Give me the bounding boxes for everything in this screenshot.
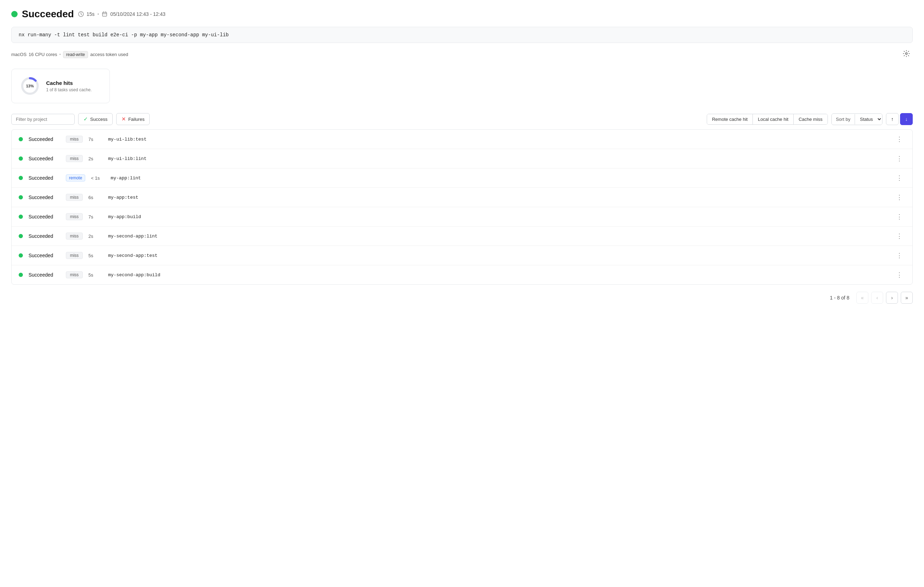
cache-hits-subtitle: 1 of 8 tasks used cache. — [46, 88, 92, 92]
table-row: Succeeded miss 5s my-second-app:build ⋮ — [12, 265, 912, 284]
sort-up-icon: ↑ — [891, 116, 894, 122]
task-duration: 6s — [88, 195, 102, 200]
task-menu-button[interactable]: ⋮ — [893, 192, 905, 203]
task-status-dot — [19, 234, 23, 238]
system-info: macOS 16 CPU cores • read-write access t… — [11, 49, 913, 60]
task-status-text: Succeeded — [28, 233, 60, 239]
clock-icon — [78, 11, 84, 17]
task-cache-badge: miss — [66, 194, 83, 201]
filter-project-input[interactable] — [11, 114, 75, 125]
next-page-button[interactable]: › — [886, 292, 898, 304]
task-status-dot — [19, 156, 23, 161]
table-row: Succeeded miss 2s my-ui-lib:lint ⋮ — [12, 149, 912, 169]
filters-row: ✓ Success ✕ Failures Remote cache hit Lo… — [11, 113, 913, 125]
sort-direction-group: ↑ ↓ — [886, 113, 913, 125]
cache-donut: 13% — [20, 76, 40, 96]
calendar-icon — [102, 11, 107, 17]
task-menu-button[interactable]: ⋮ — [893, 212, 905, 222]
task-status-text: Succeeded — [28, 272, 60, 278]
task-cache-badge: miss — [66, 155, 83, 162]
sort-ascending-button[interactable]: ↑ — [886, 113, 899, 125]
date-range: 05/10/2024 12:43 - 12:43 — [110, 11, 165, 17]
task-duration: 2s — [88, 156, 102, 161]
task-duration: 7s — [88, 137, 102, 142]
task-cache-badge: remote — [66, 174, 85, 182]
cache-percentage: 13% — [26, 84, 34, 88]
page-title: Succeeded — [22, 8, 74, 20]
task-duration: < 1s — [91, 175, 105, 181]
task-status-dot — [19, 137, 23, 141]
task-name: my-ui-lib:lint — [108, 156, 888, 161]
cache-miss-button[interactable]: Cache miss — [794, 114, 828, 124]
task-cache-badge: miss — [66, 213, 83, 220]
table-row: Succeeded miss 6s my-app:test ⋮ — [12, 188, 912, 207]
success-label: Success — [90, 117, 107, 122]
local-cache-hit-button[interactable]: Local cache hit — [753, 114, 794, 124]
check-icon: ✓ — [83, 116, 88, 122]
task-cache-badge: miss — [66, 271, 83, 278]
task-menu-button[interactable]: ⋮ — [893, 231, 905, 241]
x-icon: ✕ — [122, 116, 126, 122]
settings-button[interactable] — [900, 49, 913, 60]
task-status-text: Succeeded — [28, 136, 60, 142]
task-menu-button[interactable]: ⋮ — [893, 134, 905, 144]
task-name: my-app:lint — [111, 175, 888, 181]
settings-icon — [903, 50, 910, 57]
task-menu-button[interactable]: ⋮ — [893, 270, 905, 280]
cache-filter-group: Remote cache hit Local cache hit Cache m… — [707, 114, 828, 125]
task-status-text: Succeeded — [28, 195, 60, 200]
command-box: nx run-many -t lint test build e2e-ci -p… — [11, 27, 913, 43]
task-cache-badge: miss — [66, 136, 83, 143]
sort-down-icon: ↓ — [905, 116, 908, 122]
remote-cache-hit-button[interactable]: Remote cache hit — [707, 114, 753, 124]
pagination: 1 - 8 of 8 « ‹ › » — [11, 292, 913, 304]
task-duration: 7s — [88, 214, 102, 220]
table-row: Succeeded miss 5s my-second-app:test ⋮ — [12, 246, 912, 265]
task-status-text: Succeeded — [28, 214, 60, 220]
task-status-dot — [19, 253, 23, 258]
task-name: my-app:build — [108, 214, 888, 220]
header-meta: 15s • 05/10/2024 12:43 - 12:43 — [78, 11, 165, 17]
access-badge: read-write — [63, 51, 88, 58]
prev-page-button[interactable]: ‹ — [871, 292, 883, 304]
failures-filter-button[interactable]: ✕ Failures — [116, 113, 150, 125]
table-row: Succeeded miss 2s my-second-app:lint ⋮ — [12, 227, 912, 246]
task-duration: 5s — [88, 272, 102, 278]
task-menu-button[interactable]: ⋮ — [893, 250, 905, 261]
task-status-text: Succeeded — [28, 175, 60, 181]
success-filter-button[interactable]: ✓ Success — [78, 113, 113, 125]
page-header: Succeeded 15s • 05/10/2024 12:43 - 12:43 — [11, 8, 913, 20]
task-name: my-ui-lib:test — [108, 137, 888, 142]
first-page-button[interactable]: « — [856, 292, 868, 304]
task-status-dot — [19, 215, 23, 219]
cache-hits-card: 13% Cache hits 1 of 8 tasks used cache. — [11, 69, 110, 103]
sort-by-label: Sort by — [832, 114, 855, 124]
status-dot — [11, 11, 18, 17]
pagination-info: 1 - 8 of 8 — [830, 295, 849, 301]
cache-hits-title: Cache hits — [46, 80, 92, 86]
task-name: my-app:test — [108, 195, 888, 200]
sort-group: Sort by Status — [832, 114, 883, 125]
task-table: Succeeded miss 7s my-ui-lib:test ⋮ Succe… — [11, 129, 913, 285]
task-status-dot — [19, 195, 23, 199]
sort-select[interactable]: Status — [855, 114, 882, 125]
task-duration: 2s — [88, 233, 102, 239]
task-menu-button[interactable]: ⋮ — [893, 173, 905, 183]
duration: 15s — [87, 11, 95, 17]
task-cache-badge: miss — [66, 233, 83, 240]
last-page-button[interactable]: » — [901, 292, 913, 304]
svg-point-2 — [906, 53, 908, 55]
failures-label: Failures — [128, 117, 144, 122]
table-row: Succeeded miss 7s my-ui-lib:test ⋮ — [12, 130, 912, 149]
task-name: my-second-app:build — [108, 272, 888, 278]
task-status-text: Succeeded — [28, 253, 60, 258]
task-status-text: Succeeded — [28, 156, 60, 161]
task-status-dot — [19, 273, 23, 277]
task-name: my-second-app:lint — [108, 233, 888, 239]
task-menu-button[interactable]: ⋮ — [893, 153, 905, 164]
sort-descending-button[interactable]: ↓ — [900, 113, 913, 125]
task-duration: 5s — [88, 253, 102, 258]
table-row: Succeeded miss 7s my-app:build ⋮ — [12, 207, 912, 227]
cpu-label: 16 CPU cores — [28, 52, 57, 57]
svg-rect-1 — [102, 12, 107, 16]
